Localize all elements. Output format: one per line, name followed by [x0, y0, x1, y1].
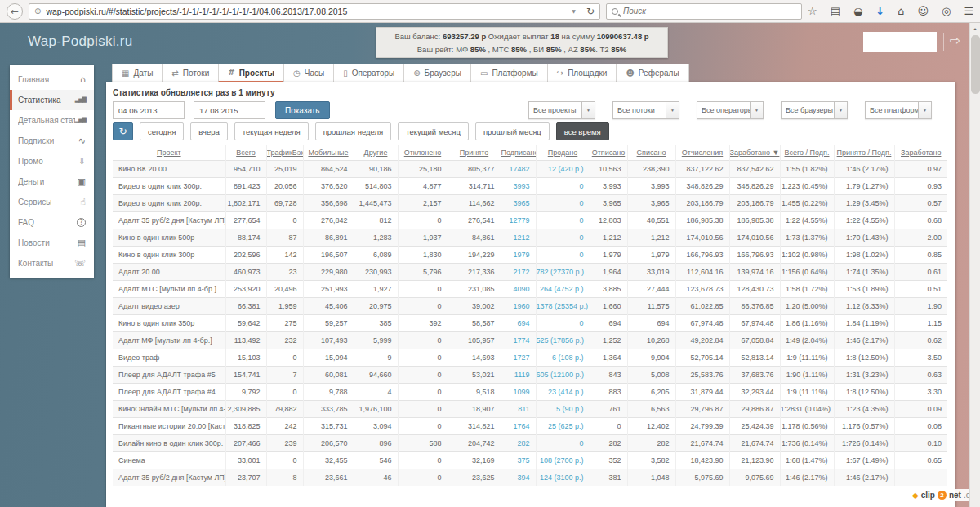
- back-button[interactable]: ←: [7, 3, 23, 20]
- chevron-down-icon[interactable]: ▼: [834, 102, 847, 118]
- column-header[interactable]: ТрафикБэк: [266, 145, 303, 160]
- value-cell[interactable]: 23 (414 р.): [536, 383, 590, 400]
- value-cell[interactable]: 1099: [501, 383, 536, 400]
- sidebar-item-detalnaya-stat[interactable]: Детальная стат.▂▅▇: [10, 110, 94, 131]
- column-header[interactable]: Всего: [225, 145, 266, 160]
- chevron-down-icon[interactable]: ▼: [666, 102, 679, 118]
- quick-range-button-6[interactable]: все время: [556, 122, 609, 140]
- column-header-label[interactable]: ТрафикБэк: [267, 149, 304, 157]
- fingerprint-icon[interactable]: ◎: [942, 5, 951, 17]
- value-cell[interactable]: 1212: [501, 229, 536, 246]
- column-header[interactable]: Заработано ▼: [729, 145, 780, 160]
- value-cell[interactable]: 3965: [501, 194, 536, 211]
- tab-daty[interactable]: ▦Даты: [112, 64, 163, 82]
- sidebar-item-promo[interactable]: Промо⇩: [10, 151, 94, 171]
- url-bar[interactable]: ⊕ wap-podpiski.ru/#/statistic/projects/-…: [29, 3, 600, 20]
- column-header-label[interactable]: Принято: [460, 149, 488, 157]
- date-to-input[interactable]: [194, 101, 265, 119]
- tab-referaly[interactable]: ☻Рефералы: [616, 64, 688, 82]
- star-icon[interactable]: ☆: [808, 5, 817, 17]
- value-cell[interactable]: 124 (3100 р.): [536, 469, 590, 486]
- value-cell[interactable]: 282: [501, 434, 536, 451]
- tab-chasy[interactable]: ◷Часы: [283, 64, 334, 82]
- column-header-label[interactable]: Принято / Подп.: [837, 149, 892, 157]
- value-cell[interactable]: 1378 (25354 р.): [536, 297, 590, 314]
- value-cell[interactable]: 0: [536, 194, 590, 211]
- page-scrollbar[interactable]: ▴: [969, 23, 980, 507]
- value-cell[interactable]: 1764: [501, 417, 536, 434]
- column-header-label[interactable]: Отклонено: [404, 149, 441, 157]
- column-header[interactable]: Заработано: [894, 145, 947, 160]
- filter-select-browsers[interactable]: Все браузеры▼: [781, 101, 848, 119]
- value-cell[interactable]: 0: [536, 229, 590, 246]
- home-icon[interactable]: ⌂: [898, 5, 904, 17]
- value-cell[interactable]: 6 (108 р.): [536, 349, 590, 366]
- scrollbar-up-icon[interactable]: ▴: [970, 23, 980, 33]
- column-header-label[interactable]: Списано: [637, 149, 666, 157]
- tab-brauzery[interactable]: ⊛Браузеры: [403, 64, 471, 82]
- value-cell[interactable]: 375: [501, 451, 536, 469]
- value-cell[interactable]: 12 (420 р.): [536, 160, 590, 177]
- column-header[interactable]: Списано: [627, 145, 675, 160]
- column-header-label[interactable]: Заработано ▼: [730, 149, 780, 157]
- sidebar-item-dengi[interactable]: Деньги▣: [10, 171, 94, 192]
- clipboard-icon[interactable]: ▤: [831, 5, 840, 17]
- sidebar-item-glavnaya[interactable]: Главная⌂: [10, 69, 94, 90]
- scrollbar-thumb[interactable]: [971, 35, 980, 94]
- menu-icon[interactable]: ☰: [964, 5, 973, 17]
- column-header-label[interactable]: Проект: [157, 149, 181, 157]
- value-cell[interactable]: 4090: [501, 280, 536, 297]
- column-header-label[interactable]: Отписано: [592, 149, 626, 157]
- downloads-icon[interactable]: ↓: [875, 5, 884, 17]
- value-cell[interactable]: 17482: [501, 160, 536, 177]
- column-header-label[interactable]: Заработано: [901, 149, 941, 157]
- column-header[interactable]: Отклонено: [398, 145, 448, 160]
- column-header-label[interactable]: Мобильные: [308, 149, 348, 157]
- show-button[interactable]: Показать: [275, 101, 330, 119]
- column-header-label[interactable]: Всего / Подп.: [784, 149, 829, 157]
- value-cell[interactable]: 5 (90 р.): [536, 400, 590, 417]
- filter-select-platforms[interactable]: Все платформы▼: [865, 101, 932, 119]
- tab-platformy[interactable]: ▭Платформы: [470, 64, 548, 82]
- column-header-label[interactable]: Другие: [364, 149, 388, 157]
- quick-range-button-1[interactable]: вчера: [190, 122, 227, 140]
- column-header[interactable]: Мобильные: [303, 145, 354, 160]
- quick-range-button-0[interactable]: сегодня: [140, 122, 184, 140]
- reload-icon[interactable]: ↻: [586, 6, 595, 17]
- sidebar-item-statistika[interactable]: Статистика▂▅▇: [10, 90, 94, 110]
- column-header-label[interactable]: Отчисления: [682, 149, 723, 157]
- tab-ploshchadki[interactable]: ↪Площадки: [547, 64, 617, 82]
- quick-range-button-4[interactable]: текущий месяц: [398, 122, 469, 140]
- value-cell[interactable]: 394: [501, 469, 536, 486]
- value-cell[interactable]: 108 (2700 р.): [536, 451, 590, 469]
- chevron-down-icon[interactable]: ▼: [581, 102, 595, 118]
- tab-proekty[interactable]: #Проекты: [218, 64, 284, 82]
- url-text[interactable]: wap-podpiski.ru/#/statistic/projects/-1/…: [46, 7, 567, 16]
- tab-potoki[interactable]: ⇄Потоки: [162, 64, 219, 82]
- value-cell[interactable]: 1774: [501, 331, 536, 349]
- value-cell[interactable]: 0: [536, 177, 590, 194]
- column-header[interactable]: Отписано: [590, 145, 627, 160]
- sidebar-item-podpiski[interactable]: Подписки∿: [10, 131, 94, 151]
- value-cell[interactable]: 1979: [501, 246, 536, 263]
- column-header[interactable]: Другие: [354, 145, 398, 160]
- filter-select-operators[interactable]: Все операторы▼: [697, 101, 764, 119]
- quick-range-button-5[interactable]: прошлый месяц: [475, 122, 550, 140]
- column-header[interactable]: Проект: [113, 145, 225, 160]
- value-cell[interactable]: 1727: [501, 349, 536, 366]
- value-cell[interactable]: 1960: [501, 297, 536, 314]
- refresh-button[interactable]: ↻: [113, 122, 133, 140]
- value-cell[interactable]: 12779: [501, 211, 536, 229]
- search-input[interactable]: [623, 7, 796, 16]
- column-header-label[interactable]: Всего: [236, 149, 256, 157]
- sidebar-item-kontakty[interactable]: Контакты☏: [10, 253, 94, 274]
- sidebar-item-servisy[interactable]: Сервисы☝: [10, 192, 94, 212]
- column-header-label[interactable]: Подписано: [501, 149, 537, 157]
- chevron-down-icon[interactable]: ▼: [918, 102, 931, 118]
- column-header[interactable]: Принято: [448, 145, 501, 160]
- user-box[interactable]: [863, 32, 937, 52]
- logout-button[interactable]: ⇨: [950, 33, 960, 48]
- filter-select-projects[interactable]: Все проекты▼: [528, 101, 595, 119]
- value-cell[interactable]: 811: [501, 400, 536, 417]
- site-logo[interactable]: Wap-Podpiski.ru: [28, 33, 133, 50]
